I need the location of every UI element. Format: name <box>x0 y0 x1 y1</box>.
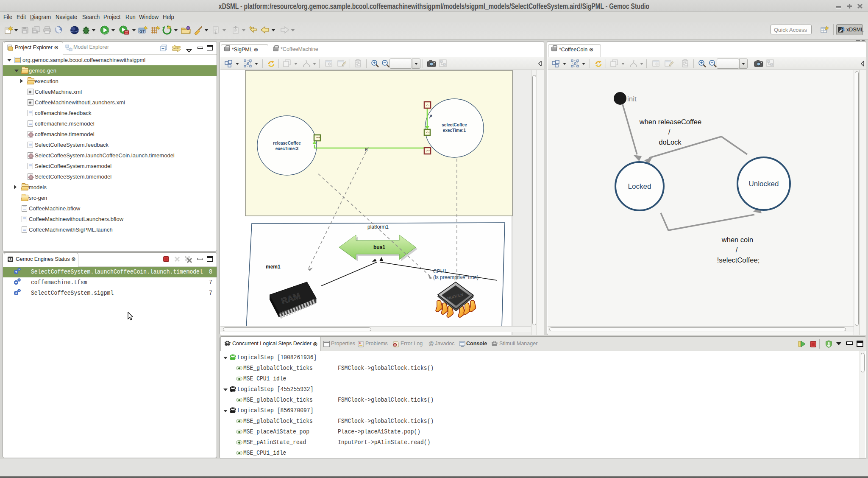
svg-text:execTime:1: execTime:1 <box>443 128 466 133</box>
svg-text:selectCoffee: selectCoffee <box>442 123 467 127</box>
svg-text:mem1: mem1 <box>266 264 281 270</box>
svg-text:Locked: Locked <box>628 182 651 190</box>
svg-text:doLock: doLock <box>659 138 682 146</box>
svg-text:GT: GT <box>139 29 145 34</box>
svg-text:init: init <box>627 95 637 103</box>
svg-text:CPU1: CPU1 <box>433 268 447 274</box>
svg-text:/: / <box>736 246 738 254</box>
svg-text:/: / <box>668 128 670 136</box>
svg-text:releaseCoffee: releaseCoffee <box>273 141 301 145</box>
svg-text:Unlocked: Unlocked <box>749 180 779 188</box>
svg-text:execTime:3: execTime:3 <box>275 146 299 151</box>
svg-text:bus1: bus1 <box>373 244 385 250</box>
svg-text:!selectCoffee;: !selectCoffee; <box>717 256 760 264</box>
svg-text:platform1: platform1 <box>367 224 389 230</box>
svg-text:when releaseCoffee: when releaseCoffee <box>639 118 701 126</box>
svg-text:when coin: when coin <box>721 236 753 243</box>
